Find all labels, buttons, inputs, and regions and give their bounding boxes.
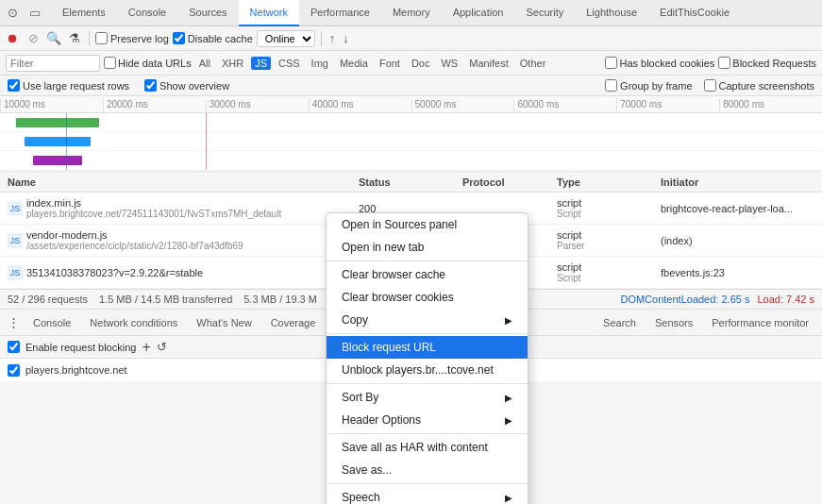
show-overview-input[interactable] bbox=[144, 79, 157, 92]
ctx-block-url[interactable]: Block request URL bbox=[327, 336, 528, 359]
filter-ws[interactable]: WS bbox=[437, 57, 461, 70]
tab-editthiscookie[interactable]: EditThisCookie bbox=[648, 0, 741, 26]
ctx-unblock[interactable]: Unblock players.br....tcove.net bbox=[327, 359, 528, 381]
tab-elements[interactable]: Elements bbox=[51, 0, 117, 26]
import-button[interactable]: ↑ bbox=[327, 31, 338, 45]
enable-blocking-input[interactable] bbox=[8, 341, 20, 353]
ctx-save-as-label: Save as... bbox=[342, 463, 392, 477]
row-type-main-0: script bbox=[557, 197, 661, 209]
stop-button[interactable]: ⊘ bbox=[25, 30, 42, 47]
ctx-clear-cookies-label: Clear browser cookies bbox=[342, 291, 454, 304]
ctx-save-as[interactable]: Save as... bbox=[327, 459, 528, 481]
hide-data-urls-input[interactable] bbox=[104, 57, 116, 69]
ctx-speech[interactable]: Speech ▶ bbox=[327, 486, 528, 504]
filter-font[interactable]: Font bbox=[376, 57, 404, 70]
tab-security[interactable]: Security bbox=[514, 0, 575, 26]
blocked-item-checkbox-0[interactable] bbox=[8, 364, 20, 377]
show-overview-option[interactable]: Show overview bbox=[144, 79, 229, 92]
refresh-blocking-button[interactable]: ↺ bbox=[157, 340, 167, 354]
col-header-protocol[interactable]: Protocol bbox=[462, 176, 557, 188]
capture-screenshots-option[interactable]: Capture screenshots bbox=[704, 79, 815, 92]
col-header-type[interactable]: Type bbox=[557, 176, 661, 188]
hide-data-urls-checkbox[interactable]: Hide data URLs bbox=[104, 57, 192, 69]
preserve-log-checkbox[interactable]: Preserve log bbox=[95, 32, 169, 44]
tab-search[interactable]: Search bbox=[594, 310, 646, 336]
tab-sensors[interactable]: Sensors bbox=[646, 310, 702, 336]
tab-console-bottom[interactable]: Console bbox=[24, 310, 80, 336]
divider bbox=[89, 31, 90, 46]
filter-media[interactable]: Media bbox=[336, 57, 372, 70]
filter-js[interactable]: JS bbox=[251, 57, 271, 70]
throttle-select[interactable]: Online bbox=[257, 30, 315, 47]
filter-img[interactable]: Img bbox=[308, 57, 332, 70]
waterfall-row-0 bbox=[0, 113, 822, 132]
filter-css[interactable]: CSS bbox=[275, 57, 304, 70]
ctx-save-har[interactable]: Save all as HAR with content bbox=[327, 436, 528, 459]
group-by-frame-option[interactable]: Group by frame bbox=[605, 79, 692, 92]
tab-application[interactable]: Application bbox=[442, 0, 515, 26]
ctx-header-options[interactable]: Header Options ▶ bbox=[327, 409, 528, 431]
ctx-block-url-label: Block request URL bbox=[342, 341, 436, 354]
tick-5: 60000 ms bbox=[513, 99, 616, 112]
disable-cache-checkbox[interactable]: Disable cache bbox=[173, 32, 253, 44]
filter-xhr[interactable]: XHR bbox=[218, 57, 247, 70]
row-filename-1: vendor-modern.js bbox=[26, 229, 243, 241]
add-pattern-button[interactable]: + bbox=[142, 340, 150, 355]
filter-other[interactable]: Other bbox=[516, 57, 550, 70]
tab-network[interactable]: Network bbox=[239, 0, 299, 26]
blocked-requests-label: Blocked Requests bbox=[732, 58, 816, 69]
tab-coverage[interactable]: Coverage bbox=[261, 310, 326, 336]
col-header-initiator[interactable]: Initiator bbox=[661, 176, 822, 188]
tab-network-conditions[interactable]: Network conditions bbox=[80, 310, 187, 336]
tab-lighthouse[interactable]: Lighthouse bbox=[575, 0, 648, 26]
record-button[interactable]: ⏺ bbox=[4, 30, 21, 47]
blocked-cookies-input[interactable] bbox=[605, 57, 617, 69]
disable-cache-input[interactable] bbox=[173, 32, 185, 44]
filter-icon[interactable]: 🔍 bbox=[45, 30, 62, 47]
row-type-1: script Parser bbox=[557, 229, 661, 251]
ctx-sep-4 bbox=[327, 433, 528, 434]
timeline-area: 10000 ms 20000 ms 30000 ms 40000 ms 5000… bbox=[0, 96, 822, 172]
col-header-status[interactable]: Status bbox=[359, 176, 462, 188]
row-initiator-2: fbevents.js:23 bbox=[661, 267, 822, 278]
tab-performance[interactable]: Performance bbox=[299, 0, 381, 26]
ctx-open-new-tab[interactable]: Open in new tab bbox=[327, 236, 528, 259]
ctx-sort-by[interactable]: Sort By ▶ bbox=[327, 386, 528, 409]
blocked-requests-input[interactable] bbox=[718, 57, 730, 69]
row-type-0: script Script bbox=[557, 197, 661, 219]
show-overview-label: Show overview bbox=[159, 80, 229, 92]
export-button[interactable]: ↓ bbox=[341, 31, 351, 45]
filter-input[interactable] bbox=[6, 55, 100, 72]
large-rows-input[interactable] bbox=[8, 79, 20, 92]
tick-7: 80000 ms bbox=[719, 99, 822, 112]
device-icon[interactable]: ▭ bbox=[26, 5, 43, 22]
filter-all[interactable]: All bbox=[195, 57, 214, 70]
tab-console[interactable]: Console bbox=[117, 0, 177, 26]
filter-manifest[interactable]: Manifest bbox=[465, 57, 512, 70]
funnel-icon[interactable]: ⚗ bbox=[66, 30, 83, 47]
inspect-icon[interactable]: ⊙ bbox=[4, 5, 21, 22]
filter-doc[interactable]: Doc bbox=[408, 57, 434, 70]
ctx-clear-cache[interactable]: Clear browser cache bbox=[327, 263, 528, 286]
ctx-open-sources[interactable]: Open in Sources panel bbox=[327, 213, 528, 236]
tab-perf-monitor[interactable]: Performance monitor bbox=[702, 310, 818, 336]
capture-screenshots-input[interactable] bbox=[704, 79, 716, 92]
disable-cache-label: Disable cache bbox=[188, 33, 253, 44]
blocked-cookies-checkbox[interactable]: Has blocked cookies bbox=[605, 57, 714, 69]
tab-sources[interactable]: Sources bbox=[177, 0, 238, 26]
preserve-log-input[interactable] bbox=[95, 32, 108, 44]
drawer-icon[interactable]: ⋮ bbox=[4, 315, 24, 329]
large-rows-option[interactable]: Use large request rows bbox=[8, 79, 129, 92]
tab-whats-new[interactable]: What's New bbox=[187, 310, 260, 336]
waterfall-bar-1 bbox=[25, 137, 91, 146]
tab-memory[interactable]: Memory bbox=[381, 0, 442, 26]
row-filename-0: index.min.js bbox=[26, 197, 281, 209]
group-by-frame-input[interactable] bbox=[605, 79, 617, 92]
ctx-copy[interactable]: Copy ▶ bbox=[327, 309, 528, 331]
row-url-1: /assets/experience/ciclp/static/v2/1280-… bbox=[26, 241, 243, 251]
row-initiator-0: brightcove-react-player-loa... bbox=[661, 203, 822, 214]
blocked-requests-checkbox[interactable]: Blocked Requests bbox=[718, 57, 816, 69]
ctx-clear-cookies[interactable]: Clear browser cookies bbox=[327, 286, 528, 309]
tick-2: 30000 ms bbox=[206, 99, 309, 112]
col-header-name[interactable]: Name bbox=[0, 176, 359, 188]
